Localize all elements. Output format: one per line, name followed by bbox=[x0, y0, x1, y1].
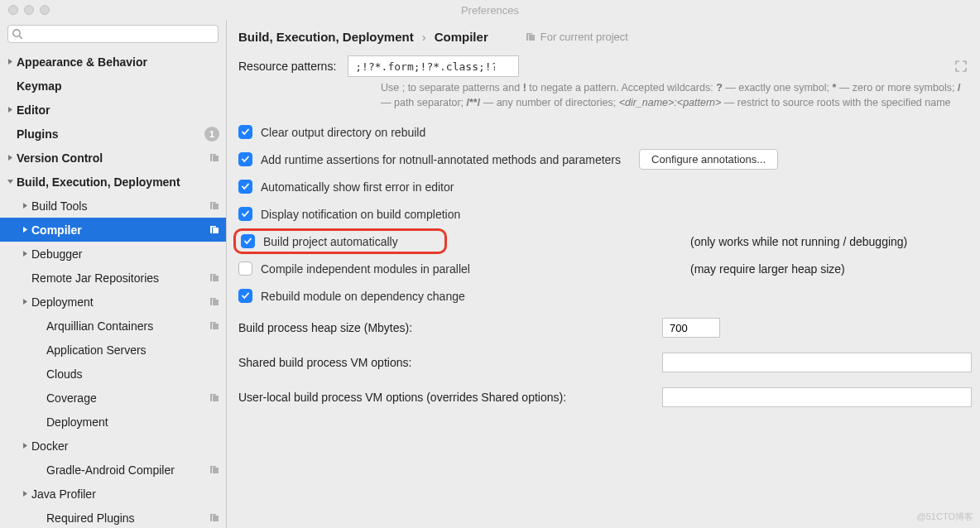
sidebar-item-label: Compiler bbox=[31, 223, 82, 237]
sidebar-item-label: Build Tools bbox=[31, 199, 87, 213]
cb-compile-parallel[interactable]: Compile independent modules in parallel … bbox=[238, 258, 972, 279]
sidebar-item[interactable]: Coverage bbox=[0, 386, 226, 410]
search-input[interactable] bbox=[7, 25, 219, 43]
sidebar-item-label: Gradle-Android Compiler bbox=[46, 463, 175, 477]
userlocal-vm-row: User-local build process VM options (ove… bbox=[238, 384, 972, 410]
sidebar-item[interactable]: Arquillian Containers bbox=[0, 314, 226, 338]
shared-vm-row: Shared build process VM options: bbox=[238, 349, 972, 376]
sidebar-item[interactable]: Java Profiler bbox=[0, 482, 226, 506]
sidebar-item[interactable]: Deployment bbox=[0, 290, 226, 314]
heap-size-label: Build process heap size (Mbytes): bbox=[238, 321, 662, 334]
userlocal-vm-input[interactable] bbox=[662, 387, 972, 407]
sidebar-item[interactable]: Appearance & Behavior bbox=[0, 50, 226, 74]
sidebar-item-label: Deployment bbox=[31, 295, 94, 309]
chevron-right-icon[interactable] bbox=[5, 154, 15, 161]
project-icon bbox=[209, 152, 219, 163]
sidebar-item-label: Remote Jar Repositories bbox=[31, 271, 159, 285]
breadcrumb: Build, Execution, Deployment › Compiler bbox=[238, 30, 488, 44]
sidebar-item[interactable]: Required Plugins bbox=[0, 506, 226, 528]
cb-clear-output[interactable]: Clear output directory on rebuild bbox=[238, 122, 972, 142]
sidebar-item[interactable]: Remote Jar Repositories bbox=[0, 266, 226, 290]
sidebar-item-label: Docker bbox=[31, 439, 68, 453]
window-controls[interactable] bbox=[8, 5, 50, 15]
cb-runtime-assertions[interactable]: Add runtime assertions for notnull-annot… bbox=[238, 149, 972, 170]
project-icon bbox=[209, 320, 219, 331]
project-icon bbox=[209, 512, 219, 523]
sidebar-item-label: Required Plugins bbox=[46, 511, 135, 525]
sidebar-item-label: Keymap bbox=[17, 79, 61, 93]
resource-patterns-label: Resource patterns: bbox=[238, 60, 336, 73]
count-badge: 1 bbox=[204, 127, 219, 142]
sidebar-item-label: Application Servers bbox=[46, 343, 147, 357]
sidebar-item[interactable]: Application Servers bbox=[0, 338, 226, 362]
sidebar-item[interactable]: Build, Execution, Deployment bbox=[0, 170, 226, 194]
project-icon bbox=[209, 224, 219, 235]
project-icon bbox=[209, 464, 219, 475]
sidebar-item-label: Build, Execution, Deployment bbox=[17, 175, 180, 189]
sidebar-item-label: Java Profiler bbox=[31, 487, 96, 501]
watermark: @51CTO博客 bbox=[917, 511, 973, 523]
svg-line-1 bbox=[19, 36, 22, 38]
zoom-icon[interactable] bbox=[40, 5, 50, 15]
sidebar-item[interactable]: Editor bbox=[0, 98, 226, 122]
chevron-right-icon[interactable] bbox=[20, 298, 30, 305]
checkbox-icon[interactable] bbox=[238, 152, 252, 166]
window-title: Preferences bbox=[0, 4, 980, 17]
chevron-right-icon[interactable] bbox=[20, 442, 30, 449]
project-icon bbox=[209, 272, 219, 283]
sidebar-item[interactable]: Compiler bbox=[0, 218, 226, 242]
chevron-right-icon[interactable] bbox=[20, 490, 30, 497]
sidebar-item[interactable]: Keymap bbox=[0, 74, 226, 98]
chevron-right-icon[interactable] bbox=[5, 58, 15, 65]
heap-size-input[interactable] bbox=[662, 318, 720, 338]
checkbox-icon[interactable] bbox=[238, 262, 252, 276]
sidebar-item-label: Editor bbox=[17, 103, 50, 117]
scope-indicator: For current project bbox=[525, 31, 628, 43]
sidebar-item-label: Appearance & Behavior bbox=[17, 55, 147, 69]
sidebar-item[interactable]: Debugger bbox=[0, 242, 226, 266]
checkbox-icon[interactable] bbox=[238, 289, 252, 303]
expand-icon[interactable] bbox=[955, 60, 967, 74]
checkbox-icon[interactable] bbox=[238, 180, 252, 194]
search-icon bbox=[12, 28, 23, 42]
crumb-current: Compiler bbox=[435, 30, 488, 44]
project-icon bbox=[525, 31, 536, 42]
chevron-right-icon[interactable] bbox=[5, 106, 15, 113]
sidebar-item[interactable]: Gradle-Android Compiler bbox=[0, 458, 226, 482]
minimize-icon[interactable] bbox=[24, 5, 34, 15]
sidebar-item[interactable]: Version Control bbox=[0, 146, 226, 170]
main-panel: Build, Execution, Deployment › Compiler … bbox=[227, 20, 980, 528]
checkbox-icon[interactable] bbox=[238, 207, 252, 221]
sidebar-item[interactable]: Deployment bbox=[0, 410, 226, 434]
chevron-right-icon: › bbox=[422, 30, 426, 44]
configure-annotations-button[interactable]: Configure annotations... bbox=[639, 149, 778, 170]
sidebar-item[interactable]: Build Tools bbox=[0, 194, 226, 218]
sidebar-item-label: Clouds bbox=[46, 367, 83, 381]
resource-patterns-input[interactable] bbox=[348, 55, 519, 77]
sidebar-item-label: Arquillian Containers bbox=[46, 319, 153, 333]
project-icon bbox=[209, 392, 219, 403]
crumb-parent[interactable]: Build, Execution, Deployment bbox=[238, 30, 414, 44]
checkbox-icon[interactable] bbox=[241, 234, 255, 248]
settings-tree: Appearance & BehaviorKeymapEditorPlugins… bbox=[0, 50, 226, 528]
heap-size-row: Build process heap size (Mbytes): bbox=[238, 314, 972, 341]
chevron-right-icon[interactable] bbox=[20, 226, 30, 233]
sidebar-item[interactable]: Clouds bbox=[0, 362, 226, 386]
shared-vm-label: Shared build process VM options: bbox=[238, 356, 662, 369]
checkbox-icon[interactable] bbox=[238, 125, 252, 139]
project-icon bbox=[209, 296, 219, 307]
chevron-right-icon[interactable] bbox=[20, 250, 30, 257]
sidebar-item[interactable]: Docker bbox=[0, 434, 226, 458]
cb-build-auto-highlight[interactable]: Build project automatically bbox=[233, 228, 447, 254]
shared-vm-input[interactable] bbox=[662, 353, 972, 372]
sidebar-item-label: Coverage bbox=[46, 391, 97, 405]
close-icon[interactable] bbox=[8, 5, 18, 15]
chevron-down-icon[interactable] bbox=[5, 178, 15, 185]
cb-auto-show-error[interactable]: Automatically show first error in editor bbox=[238, 176, 972, 197]
project-icon bbox=[209, 200, 219, 211]
search-field[interactable] bbox=[7, 25, 219, 43]
cb-rebuild-on-dep[interactable]: Rebuild module on dependency change bbox=[238, 286, 972, 306]
chevron-right-icon[interactable] bbox=[20, 202, 30, 209]
cb-display-notification[interactable]: Display notification on build completion bbox=[238, 204, 972, 224]
sidebar-item[interactable]: Plugins1 bbox=[0, 122, 226, 146]
